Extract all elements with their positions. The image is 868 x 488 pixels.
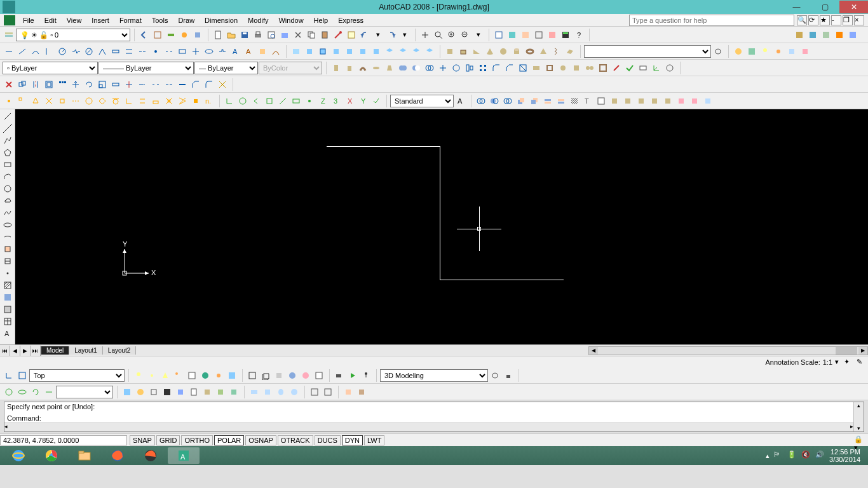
layer-prev-button[interactable] (138, 29, 151, 41)
osnap-appint-button[interactable] (56, 95, 69, 107)
paste-button[interactable] (318, 29, 331, 41)
tolerance-button[interactable] (176, 45, 189, 58)
render-env-button[interactable] (121, 386, 133, 398)
osnap-from-button[interactable] (3, 95, 15, 107)
osnap-extension-button[interactable] (69, 95, 82, 107)
osnap-nearest-button[interactable] (176, 95, 189, 107)
snap-toggle[interactable]: SNAP (130, 435, 155, 445)
zoom-rt-button[interactable] (432, 29, 445, 41)
render-window-button[interactable] (161, 386, 173, 398)
check-button[interactable] (623, 62, 636, 74)
circle-button[interactable] (1, 183, 14, 194)
open-button[interactable] (225, 29, 238, 41)
menu-edit[interactable]: Edit (39, 15, 62, 25)
dyn-toggle[interactable]: DYN (342, 435, 363, 445)
solid-editing3[interactable] (635, 95, 648, 107)
markup-button[interactable] (546, 29, 559, 41)
tab-layout1[interactable]: Layout1 (69, 346, 103, 355)
render-preset-button[interactable] (134, 386, 147, 398)
textstyle-button[interactable]: A (454, 95, 467, 107)
loft-button[interactable] (383, 62, 396, 74)
3dmove-button[interactable] (437, 62, 449, 74)
draworder-back-button[interactable] (528, 95, 541, 107)
light-new-button[interactable] (132, 369, 145, 382)
toolpalette-button[interactable] (519, 29, 532, 41)
osnap-tangent-button[interactable] (109, 95, 122, 107)
light-distant-button[interactable] (172, 369, 185, 382)
lights-button[interactable] (759, 45, 771, 58)
taskbar-explorer[interactable] (69, 447, 100, 464)
union-button[interactable] (397, 62, 409, 74)
annotation-visibility-button[interactable]: ✦ (841, 357, 851, 367)
tray-flag-icon[interactable]: 🏳 (773, 451, 783, 461)
tab-prev-button[interactable]: ◀ (10, 346, 20, 356)
menu-dimension[interactable]: Dimension (200, 15, 243, 25)
undo-button[interactable] (358, 29, 371, 41)
menu-view[interactable]: View (62, 15, 87, 25)
arc-button[interactable] (1, 171, 14, 182)
sheetset-button[interactable] (532, 29, 545, 41)
view-back-button[interactable] (370, 45, 383, 58)
sky-button[interactable] (226, 369, 238, 382)
ucs-face-button[interactable] (263, 95, 276, 107)
dim-arc-button[interactable] (29, 45, 42, 58)
dimstyle-button[interactable] (269, 45, 282, 58)
thicken-button[interactable] (543, 62, 556, 74)
view-left-button[interactable] (330, 45, 342, 58)
separate-button[interactable] (583, 62, 596, 74)
sweep-button[interactable] (356, 62, 369, 74)
new-button[interactable] (212, 29, 224, 41)
solid-editing2[interactable] (621, 95, 634, 107)
light-point-button[interactable] (146, 369, 158, 382)
slice-button[interactable] (530, 62, 543, 74)
clean-button[interactable] (610, 62, 623, 74)
dimedit-button[interactable]: A (229, 45, 242, 58)
undo-flyout-button[interactable]: ▾ (372, 29, 384, 41)
ucs-3d-button[interactable] (650, 62, 663, 74)
join-button[interactable] (176, 78, 189, 91)
osnap-endpoint-button[interactable] (16, 95, 29, 107)
quickcalc-button[interactable] (559, 29, 572, 41)
named-ucs-button[interactable] (3, 369, 15, 382)
annotation-value[interactable]: 1:1 (823, 358, 832, 366)
extend-button[interactable] (136, 78, 149, 91)
vs-3dhidden-button[interactable] (273, 369, 285, 382)
menu-express[interactable]: Express (333, 15, 369, 25)
mapping-planar-button[interactable] (248, 386, 261, 398)
render-extra1-button[interactable] (201, 386, 214, 398)
cmd-vertical-scrollbar[interactable]: ▴▾ (853, 402, 864, 431)
view-front-button[interactable] (356, 45, 369, 58)
zoom-window-button[interactable] (445, 29, 458, 41)
menu-file[interactable]: File (18, 15, 39, 25)
line-button[interactable] (1, 111, 14, 122)
table-button[interactable] (1, 316, 14, 327)
drawing-canvas[interactable]: X Y (15, 109, 868, 344)
ucs-3point-button[interactable]: 3 (330, 95, 342, 107)
osnap-midpoint-button[interactable] (29, 95, 42, 107)
ucs-view-button[interactable] (290, 95, 302, 107)
osnap-center-button[interactable] (83, 95, 95, 107)
pline-button[interactable] (1, 135, 14, 146)
render-crop-button[interactable] (147, 386, 160, 398)
vs-conceptual-button[interactable] (299, 369, 312, 382)
erase-button[interactable] (3, 78, 15, 91)
cone-button[interactable] (484, 45, 496, 58)
menu-draw[interactable]: Draw (173, 15, 200, 25)
tray-volume-icon[interactable]: 🔊 (815, 451, 825, 461)
zoom-flyout-button[interactable]: ▾ (472, 29, 485, 41)
ucs-z-button[interactable]: Z (316, 95, 329, 107)
taskbar-autocad[interactable]: A (168, 447, 200, 464)
mapping-box-button[interactable] (261, 386, 274, 398)
dim-ordinate-button[interactable] (43, 45, 55, 58)
ucs-prev-button[interactable] (250, 95, 262, 107)
view-swiso-button[interactable] (383, 45, 396, 58)
menu-help[interactable]: Help (309, 15, 334, 25)
view-seiso-button[interactable] (397, 45, 409, 58)
dashboard-button[interactable] (308, 386, 321, 398)
palette5-button[interactable] (846, 29, 859, 41)
imprint-button[interactable] (557, 62, 569, 74)
render-extra3-button[interactable] (227, 386, 240, 398)
palette1-button[interactable] (793, 29, 806, 41)
osnap-parallel-button[interactable] (136, 95, 149, 107)
block-editor-button[interactable] (345, 29, 358, 41)
